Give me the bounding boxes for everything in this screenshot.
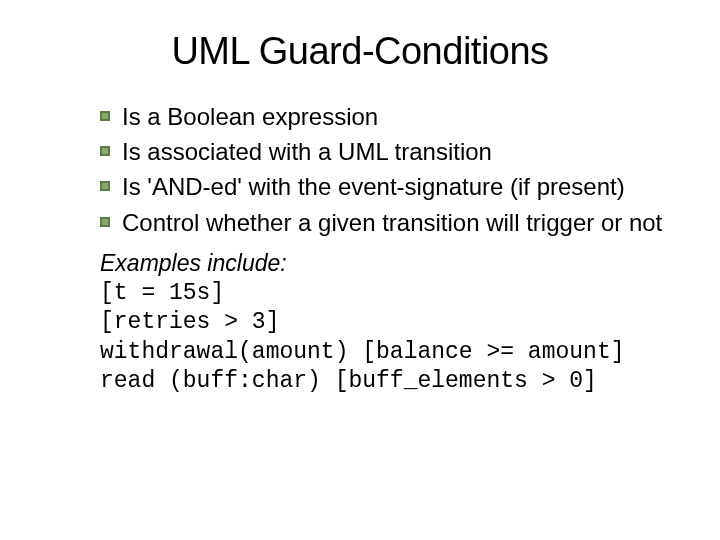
list-item: Control whether a given transition will … bbox=[100, 207, 670, 238]
svg-rect-1 bbox=[102, 113, 108, 119]
svg-rect-5 bbox=[102, 183, 108, 189]
list-item: Is associated with a UML transition bbox=[100, 136, 670, 167]
bullet-icon bbox=[100, 146, 110, 156]
bullet-text: Is 'AND-ed' with the event-signature (if… bbox=[122, 171, 670, 202]
examples-label: Examples include: bbox=[100, 250, 670, 277]
list-item: Is 'AND-ed' with the event-signature (if… bbox=[100, 171, 670, 202]
svg-rect-3 bbox=[102, 148, 108, 154]
code-line: read (buff:char) [buff_elements > 0] bbox=[100, 367, 670, 396]
code-examples: [t = 15s] [retries > 3] withdrawal(amoun… bbox=[100, 279, 670, 397]
bullet-icon bbox=[100, 181, 110, 191]
svg-rect-7 bbox=[102, 219, 108, 225]
code-line: withdrawal(amount) [balance >= amount] bbox=[100, 338, 670, 367]
code-line: [retries > 3] bbox=[100, 308, 670, 337]
slide-title: UML Guard-Conditions bbox=[50, 30, 670, 73]
bullet-icon bbox=[100, 111, 110, 121]
bullet-text: Is associated with a UML transition bbox=[122, 136, 670, 167]
bullet-text: Is a Boolean expression bbox=[122, 101, 670, 132]
bullet-list: Is a Boolean expression Is associated wi… bbox=[100, 101, 670, 238]
bullet-text: Control whether a given transition will … bbox=[122, 207, 670, 238]
list-item: Is a Boolean expression bbox=[100, 101, 670, 132]
code-line: [t = 15s] bbox=[100, 279, 670, 308]
bullet-icon bbox=[100, 217, 110, 227]
